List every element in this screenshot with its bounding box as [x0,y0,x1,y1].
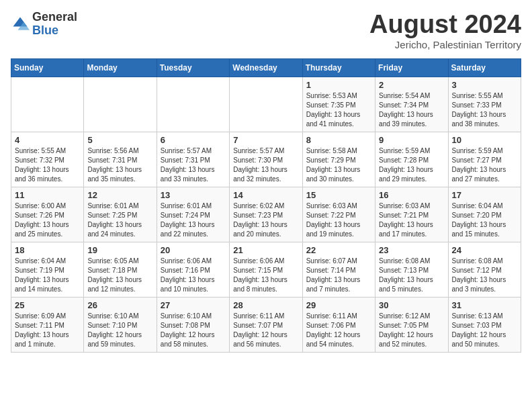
day-info: Sunrise: 6:06 AMSunset: 7:16 PMDaylight:… [161,257,226,294]
day-info: Sunrise: 5:56 AMSunset: 7:31 PMDaylight:… [87,146,152,184]
calendar-cell: 30Sunrise: 6:12 AMSunset: 7:05 PMDayligh… [375,297,448,352]
header-tuesday: Tuesday [157,58,229,77]
calendar-cell: 10Sunrise: 5:59 AMSunset: 7:27 PMDayligh… [448,132,521,187]
calendar-cell: 16Sunrise: 6:03 AMSunset: 7:21 PMDayligh… [375,187,448,242]
day-info: Sunrise: 5:59 AMSunset: 7:27 PMDaylight:… [452,146,517,184]
day-number: 11 [15,190,80,200]
calendar-cell: 8Sunrise: 5:58 AMSunset: 7:29 PMDaylight… [302,132,375,187]
day-number: 16 [379,190,444,200]
day-info: Sunrise: 6:01 AMSunset: 7:24 PMDaylight:… [161,201,226,239]
calendar-cell: 21Sunrise: 6:06 AMSunset: 7:15 PMDayligh… [230,242,302,297]
day-number: 20 [161,245,226,255]
page-header: General Blue August 2024 Jericho, Palest… [11,11,521,50]
day-number: 14 [233,190,298,200]
calendar-cell: 28Sunrise: 6:11 AMSunset: 7:07 PMDayligh… [230,297,302,352]
calendar-cell: 13Sunrise: 6:01 AMSunset: 7:24 PMDayligh… [157,187,229,242]
day-number: 5 [87,135,152,145]
day-info: Sunrise: 5:59 AMSunset: 7:28 PMDaylight:… [379,146,444,184]
day-info: Sunrise: 6:03 AMSunset: 7:21 PMDaylight:… [379,201,444,239]
day-number: 8 [306,135,371,145]
logo-blue-label: Blue [32,24,77,38]
day-info: Sunrise: 5:54 AMSunset: 7:34 PMDaylight:… [379,91,444,129]
calendar-cell: 12Sunrise: 6:01 AMSunset: 7:25 PMDayligh… [84,187,157,242]
header-sunday: Sunday [11,58,84,77]
calendar-cell: 15Sunrise: 6:03 AMSunset: 7:22 PMDayligh… [302,187,375,242]
day-number: 21 [233,245,298,255]
calendar-cell: 19Sunrise: 6:05 AMSunset: 7:18 PMDayligh… [84,242,157,297]
calendar-cell: 3Sunrise: 5:55 AMSunset: 7:33 PMDaylight… [448,77,521,132]
day-number: 9 [379,135,444,145]
day-info: Sunrise: 5:55 AMSunset: 7:33 PMDaylight:… [452,91,517,129]
calendar-cell: 7Sunrise: 5:57 AMSunset: 7:30 PMDaylight… [230,132,302,187]
day-info: Sunrise: 5:58 AMSunset: 7:29 PMDaylight:… [306,146,371,184]
header-saturday: Saturday [448,58,521,77]
day-info: Sunrise: 6:07 AMSunset: 7:14 PMDaylight:… [306,257,371,294]
day-info: Sunrise: 6:11 AMSunset: 7:07 PMDaylight:… [233,312,298,349]
day-info: Sunrise: 5:55 AMSunset: 7:32 PMDaylight:… [15,146,80,184]
day-number: 6 [161,135,226,145]
day-number: 26 [87,300,152,310]
day-info: Sunrise: 5:53 AMSunset: 7:35 PMDaylight:… [306,91,371,129]
header-friday: Friday [375,58,448,77]
title-block: August 2024 Jericho, Palestinian Territo… [369,11,521,50]
day-number: 29 [306,300,371,310]
day-number: 23 [379,245,444,255]
day-number: 7 [233,135,298,145]
calendar-cell: 29Sunrise: 6:11 AMSunset: 7:06 PMDayligh… [302,297,375,352]
day-info: Sunrise: 6:12 AMSunset: 7:05 PMDaylight:… [379,312,444,349]
calendar-cell: 22Sunrise: 6:07 AMSunset: 7:14 PMDayligh… [302,242,375,297]
day-number: 4 [15,135,80,145]
month-year-title: August 2024 [369,11,521,39]
day-number: 13 [161,190,226,200]
day-info: Sunrise: 6:05 AMSunset: 7:18 PMDaylight:… [87,257,152,294]
calendar-cell: 11Sunrise: 6:00 AMSunset: 7:26 PMDayligh… [11,187,84,242]
calendar-cell: 2Sunrise: 5:54 AMSunset: 7:34 PMDaylight… [375,77,448,132]
day-number: 25 [15,300,80,310]
logo-general-label: General [32,11,77,24]
day-info: Sunrise: 5:57 AMSunset: 7:30 PMDaylight:… [233,146,298,184]
calendar-cell: 9Sunrise: 5:59 AMSunset: 7:28 PMDaylight… [375,132,448,187]
day-number: 15 [306,190,371,200]
day-info: Sunrise: 6:01 AMSunset: 7:25 PMDaylight:… [87,201,152,239]
calendar-cell: 6Sunrise: 5:57 AMSunset: 7:31 PMDaylight… [157,132,229,187]
logo-icon [11,15,30,34]
day-number: 28 [233,300,298,310]
calendar-cell: 4Sunrise: 5:55 AMSunset: 7:32 PMDaylight… [11,132,84,187]
day-info: Sunrise: 6:00 AMSunset: 7:26 PMDaylight:… [15,201,80,239]
day-number: 31 [452,300,517,310]
calendar-body: 1Sunrise: 5:53 AMSunset: 7:35 PMDaylight… [11,77,521,352]
location-subtitle: Jericho, Palestinian Territory [369,39,521,50]
calendar-cell: 20Sunrise: 6:06 AMSunset: 7:16 PMDayligh… [157,242,229,297]
calendar-cell [11,77,84,132]
logo: General Blue [11,11,77,38]
calendar-cell: 14Sunrise: 6:02 AMSunset: 7:23 PMDayligh… [230,187,302,242]
calendar-cell [230,77,302,132]
calendar-cell: 24Sunrise: 6:08 AMSunset: 7:12 PMDayligh… [448,242,521,297]
day-number: 1 [306,80,371,90]
day-info: Sunrise: 6:13 AMSunset: 7:03 PMDaylight:… [452,312,517,349]
day-number: 18 [15,245,80,255]
day-info: Sunrise: 6:10 AMSunset: 7:10 PMDaylight:… [87,312,152,349]
day-number: 30 [379,300,444,310]
logo-text: General Blue [32,11,77,38]
calendar-cell: 23Sunrise: 6:08 AMSunset: 7:13 PMDayligh… [375,242,448,297]
day-info: Sunrise: 5:57 AMSunset: 7:31 PMDaylight:… [161,146,226,184]
calendar-header: Sunday Monday Tuesday Wednesday Thursday… [11,58,521,77]
calendar-cell: 1Sunrise: 5:53 AMSunset: 7:35 PMDaylight… [302,77,375,132]
header-monday: Monday [84,58,157,77]
day-number: 24 [452,245,517,255]
day-info: Sunrise: 6:02 AMSunset: 7:23 PMDaylight:… [233,201,298,239]
day-info: Sunrise: 6:08 AMSunset: 7:12 PMDaylight:… [452,257,517,294]
day-info: Sunrise: 6:04 AMSunset: 7:20 PMDaylight:… [452,201,517,239]
day-number: 27 [161,300,226,310]
header-thursday: Thursday [302,58,375,77]
calendar-cell: 27Sunrise: 6:10 AMSunset: 7:08 PMDayligh… [157,297,229,352]
day-info: Sunrise: 6:08 AMSunset: 7:13 PMDaylight:… [379,257,444,294]
day-info: Sunrise: 6:11 AMSunset: 7:06 PMDaylight:… [306,312,371,349]
day-info: Sunrise: 6:03 AMSunset: 7:22 PMDaylight:… [306,201,371,239]
day-number: 12 [87,190,152,200]
calendar-cell: 26Sunrise: 6:10 AMSunset: 7:10 PMDayligh… [84,297,157,352]
day-info: Sunrise: 6:04 AMSunset: 7:19 PMDaylight:… [15,257,80,294]
day-info: Sunrise: 6:09 AMSunset: 7:11 PMDaylight:… [15,312,80,349]
calendar-cell [84,77,157,132]
